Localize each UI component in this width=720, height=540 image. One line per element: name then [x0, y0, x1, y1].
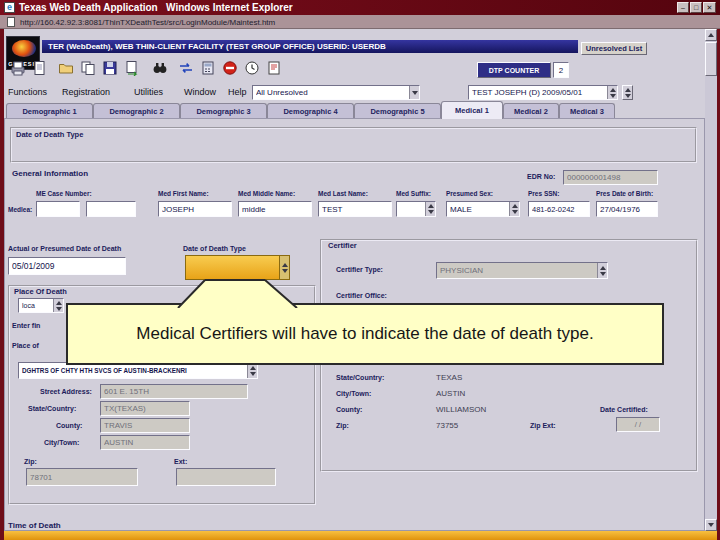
callout-pointer [170, 278, 305, 308]
save-icon[interactable] [100, 58, 120, 78]
place-state-field[interactable]: TX(TEXAS) [100, 401, 190, 416]
calculator-icon[interactable] [198, 58, 218, 78]
menu-window[interactable]: Window [184, 87, 216, 97]
certifier-type-value: PHYSICIAN [440, 266, 595, 275]
med-first-name-field[interactable]: JOSEPH [158, 201, 232, 217]
callout-box: Medical Certifiers will have to indicate… [66, 303, 664, 365]
dod-type-group-label: Date of Death Type [16, 131, 83, 139]
vertical-scrollbar[interactable] [705, 29, 717, 531]
binoculars-search-icon[interactable] [150, 58, 170, 78]
tab-medical-3[interactable]: Medical 3 [559, 103, 615, 118]
place-city-field[interactable]: AUSTIN [100, 435, 190, 450]
tab-demographic-5[interactable]: Demographic 5 [354, 103, 441, 118]
general-info-label: General Information [12, 170, 88, 179]
menu-functions[interactable]: Functions [8, 87, 47, 97]
spinner[interactable] [597, 263, 607, 278]
tab-demographic-1[interactable]: Demographic 1 [6, 103, 93, 118]
copy-icon[interactable] [78, 58, 98, 78]
edr-no-field[interactable]: 000000001498 [563, 170, 658, 185]
certifier-county-label: County: [336, 406, 362, 414]
med-last-name-label: Med Last Name: [318, 190, 368, 197]
place-zip-field[interactable]: 78701 [26, 468, 138, 486]
med-suffix-select[interactable] [396, 201, 436, 217]
print-icon[interactable] [8, 58, 28, 78]
open-folder-icon[interactable] [56, 58, 76, 78]
me-case-field-2[interactable] [86, 201, 136, 217]
titlebar[interactable]: e Texas Web Death Application Windows In… [0, 0, 720, 15]
certifier-county-value: WILLIAMSON [436, 406, 486, 415]
tab-medical-2[interactable]: Medical 2 [503, 103, 559, 118]
actual-presumed-dod-label: Actual or Presumed Date of Death [8, 245, 121, 253]
record-combobox[interactable]: TEST JOSEPH (D) 2009/05/01 [468, 85, 618, 100]
menu-help[interactable]: Help [228, 87, 247, 97]
med-last-name-field[interactable]: TEST [318, 201, 392, 217]
certifier-zip-label: Zip: [336, 422, 349, 430]
spinner[interactable] [509, 202, 519, 216]
genesis-logo-art [12, 40, 36, 57]
tab-demographic-4[interactable]: Demographic 4 [267, 103, 354, 118]
place-county-label: County: [56, 422, 82, 430]
pres-dob-field[interactable]: 27/04/1976 [596, 201, 658, 217]
facility-banner-text: TER (WebDeath), WEB THIN-CLIENT FACILITY… [48, 42, 386, 51]
unresolved-list-button[interactable]: Unresolved List [581, 42, 647, 55]
med-first-name-label: Med First Name: [158, 190, 209, 197]
address-bar[interactable]: http://160.42.92.3:8081/ThinTXDeathTest/… [0, 15, 720, 29]
application-window: e Texas Web Death Application Windows In… [0, 0, 720, 540]
tab-medical-1[interactable]: Medical 1 [441, 101, 503, 119]
menu-utilities[interactable]: Utilities [134, 87, 163, 97]
place-county-field[interactable]: TRAVIS [100, 418, 190, 433]
location-type-select[interactable]: loca [18, 298, 64, 313]
facility-value: DGHTRS OF CHTY HTH SVCS OF AUSTIN-BRACKE… [22, 367, 245, 374]
place-zip-ext-field[interactable] [176, 468, 276, 486]
pres-dob-label: Pres Date of Birth: [596, 190, 653, 197]
filter-combobox-value: All Unresolved [256, 88, 407, 97]
certifier-state-value: TEXAS [436, 374, 462, 383]
url-text[interactable]: http://160.42.92.3:8081/ThinTXDeathTest/… [20, 18, 275, 27]
new-document-icon[interactable] [30, 58, 50, 78]
dod-type-select[interactable] [185, 255, 290, 280]
tab-demographic-2[interactable]: Demographic 2 [93, 103, 180, 118]
stop-icon[interactable] [220, 58, 240, 78]
scrollbar-thumb[interactable] [705, 42, 717, 76]
pres-ssn-field[interactable]: 481-62-0242 [528, 201, 590, 217]
street-address-field[interactable]: 601 E. 15TH [100, 384, 248, 399]
tab-demographic-3[interactable]: Demographic 3 [180, 103, 267, 118]
me-case-field-1[interactable] [36, 201, 80, 217]
presumed-sex-select[interactable]: MALE [446, 201, 520, 217]
menu-registration[interactable]: Registration [62, 87, 110, 97]
clock-icon[interactable] [242, 58, 262, 78]
date-certified-field[interactable]: / / [616, 417, 660, 432]
date-certified-label: Date Certified: [600, 406, 648, 414]
facility-banner: TER (WebDeath), WEB THIN-CLIENT FACILITY… [42, 40, 578, 53]
certifier-type-select[interactable]: PHYSICIAN [436, 262, 608, 279]
certifier-city-label: City/Town: [336, 390, 371, 398]
notes-icon[interactable] [264, 58, 284, 78]
spinner[interactable] [279, 256, 289, 279]
close-button[interactable]: ✕ [703, 2, 716, 13]
med-middle-name-field[interactable]: middle [238, 201, 312, 217]
scroll-up-button[interactable] [705, 29, 717, 41]
presumed-sex-label: Presumed Sex: [446, 190, 493, 197]
dod-type-label: Date of Death Type [183, 245, 246, 253]
document-export-icon[interactable] [122, 58, 142, 78]
spinner[interactable] [53, 299, 63, 312]
dod-date-field[interactable]: 05/01/2009 [8, 257, 126, 275]
dtp-counter-field[interactable]: 2 [553, 62, 569, 78]
filter-combobox[interactable]: All Unresolved [252, 85, 420, 100]
dropdown-arrow-icon[interactable] [409, 86, 419, 99]
record-nav-spinner[interactable] [622, 85, 633, 100]
callout-text: Medical Certifiers will have to indicate… [136, 323, 593, 346]
minimize-button[interactable]: – [677, 2, 689, 13]
spinner[interactable] [247, 363, 257, 378]
transfer-icon[interactable] [176, 58, 196, 78]
spinner[interactable] [425, 202, 435, 216]
edr-no-value: 000000001498 [567, 173, 654, 182]
maximize-button[interactable]: □ [690, 2, 702, 13]
dtp-counter-label: DTP COUNTER [489, 67, 539, 74]
place-county-value: TRAVIS [104, 421, 186, 430]
record-spinner[interactable] [607, 86, 617, 99]
scroll-down-button[interactable] [705, 519, 717, 531]
place-state-label: State/Country: [28, 405, 76, 413]
place-city-value: AUSTIN [104, 438, 186, 447]
pres-ssn-label: Pres SSN: [528, 190, 559, 197]
